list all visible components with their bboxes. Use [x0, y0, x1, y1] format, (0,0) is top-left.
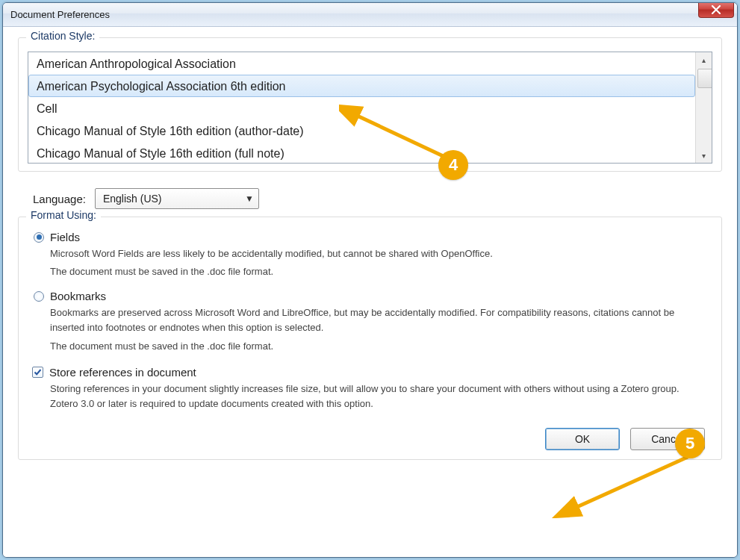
- radio-bookmarks-label: Bookmarks: [50, 290, 106, 302]
- citation-style-item[interactable]: Chicago Manual of Style 16th edition (au…: [28, 119, 695, 142]
- citation-style-listbox[interactable]: American Anthropological Association Ame…: [28, 52, 712, 164]
- citation-style-item[interactable]: American Psychological Association 6th e…: [28, 75, 695, 97]
- listbox-scrollbar[interactable]: ▴ ▾: [695, 52, 712, 163]
- radio-fields[interactable]: [34, 232, 44, 243]
- scroll-up-icon[interactable]: ▴: [696, 52, 712, 67]
- cancel-button[interactable]: Cancel: [630, 428, 705, 450]
- language-selected-value: English (US): [103, 193, 162, 205]
- store-refs-label: Store references in document: [49, 366, 196, 379]
- titlebar: Document Preferences: [3, 3, 737, 27]
- store-refs-desc: Storing references in your document slig…: [28, 380, 712, 411]
- language-row: Language: English (US) ▼: [18, 182, 722, 217]
- format-using-legend: Format Using:: [26, 209, 101, 221]
- ok-button-label: OK: [575, 433, 590, 445]
- cancel-button-label: Cancel: [651, 433, 684, 445]
- language-select[interactable]: English (US) ▼: [95, 188, 259, 209]
- button-row: OK Cancel: [28, 411, 712, 450]
- dialog-window: Document Preferences Citation Style: Ame…: [2, 2, 738, 558]
- language-label: Language:: [33, 193, 86, 205]
- radio-fields-label: Fields: [50, 231, 80, 243]
- window-title: Document Preferences: [10, 9, 110, 20]
- store-refs-row[interactable]: Store references in document: [28, 361, 712, 380]
- fields-desc-1: Microsoft Word Fields are less likely to…: [28, 243, 712, 261]
- ok-button[interactable]: OK: [545, 428, 620, 450]
- scroll-down-icon[interactable]: ▾: [696, 148, 712, 163]
- fields-desc-2: The document must be saved in the .doc f…: [28, 261, 712, 279]
- scroll-thumb[interactable]: [697, 69, 712, 88]
- citation-style-item[interactable]: Cell: [28, 97, 695, 119]
- check-icon: [34, 368, 42, 376]
- client-area: Citation Style: American Anthropological…: [3, 27, 737, 557]
- format-option-bookmarks: Bookmarks Bookmarks are preserved across…: [28, 290, 712, 353]
- store-refs-checkbox[interactable]: [32, 367, 43, 378]
- radio-row-bookmarks[interactable]: Bookmarks: [28, 290, 712, 302]
- format-using-group: Format Using: Fields Microsoft Word Fiel…: [18, 217, 722, 460]
- bookmarks-desc-1: Bookmarks are preserved across Microsoft…: [28, 302, 712, 335]
- radio-row-fields[interactable]: Fields: [28, 231, 712, 243]
- close-button[interactable]: [698, 2, 734, 18]
- chevron-down-icon: ▼: [245, 193, 254, 204]
- close-icon: [711, 5, 721, 14]
- citation-style-legend: Citation Style:: [26, 30, 99, 42]
- scroll-track[interactable]: [696, 67, 712, 148]
- format-option-fields: Fields Microsoft Word Fields are less li…: [28, 231, 712, 279]
- radio-bookmarks[interactable]: [34, 291, 44, 302]
- bookmarks-desc-2: The document must be saved in the .doc f…: [28, 336, 712, 354]
- citation-style-rows: American Anthropological Association Ame…: [28, 52, 695, 163]
- citation-style-item[interactable]: Chicago Manual of Style 16th edition (fu…: [28, 142, 695, 163]
- citation-style-item[interactable]: American Anthropological Association: [28, 52, 695, 75]
- citation-style-group: Citation Style: American Anthropological…: [18, 37, 722, 172]
